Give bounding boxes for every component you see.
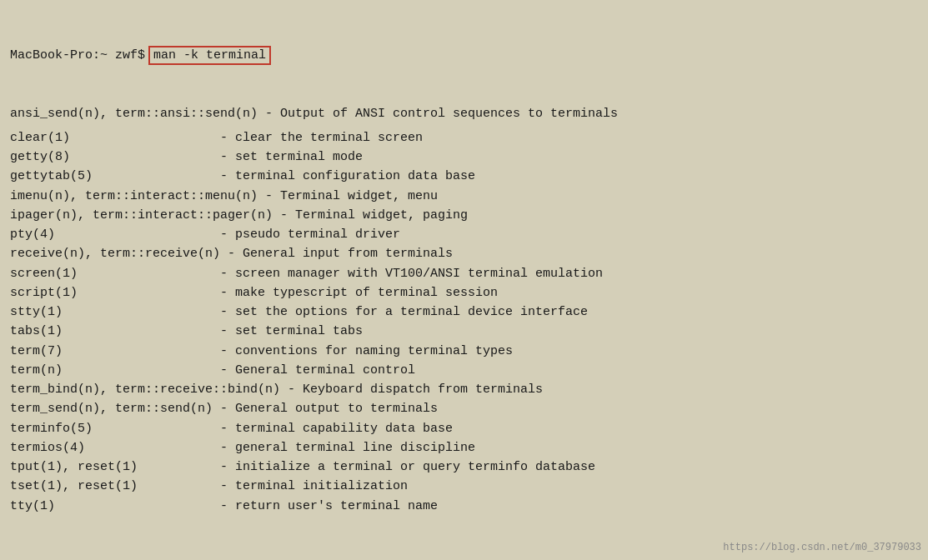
output-line: term(n) - General terminal control <box>10 361 918 380</box>
output-line: gettytab(5) - terminal configuration dat… <box>10 167 918 186</box>
watermark: https://blog.csdn.net/m0_37979033 <box>723 542 921 553</box>
output-line: tty(1) - return user's terminal name <box>10 497 918 516</box>
terminal-window: MacBook-Pro:~ zwf$ man -k terminal ansi_… <box>10 7 918 535</box>
output-line: tset(1), reset(1) - terminal initializat… <box>10 477 918 496</box>
output-line: term_bind(n), term::receive::bind(n) - K… <box>10 380 918 399</box>
output-line: ansi_send(n), term::ansi::send(n) - Outp… <box>10 104 918 123</box>
output-line: termios(4) - general terminal line disci… <box>10 438 918 458</box>
output-line: stty(1) - set the options for a terminal… <box>10 302 918 322</box>
prompt-text: MacBook-Pro:~ zwf$ <box>10 46 145 65</box>
output-line: terminfo(5) - terminal capability data b… <box>10 419 918 438</box>
output-line: tabs(1) - set terminal tabs <box>10 322 918 341</box>
output-line: imenu(n), term::interact::menu(n) - Term… <box>10 187 918 206</box>
output-line: getty(8) - set terminal mode <box>10 148 918 167</box>
output-line: tput(1), reset(1) - initialize a termina… <box>10 458 918 477</box>
output-line: receive(n), term::receive(n) - General i… <box>10 244 918 263</box>
output-line: ipager(n), term::interact::pager(n) - Te… <box>10 206 918 225</box>
output-line: pty(4) - pseudo terminal driver <box>10 225 918 244</box>
output-line: term(7) - conventions for naming termina… <box>10 342 918 361</box>
prompt-line: MacBook-Pro:~ zwf$ man -k terminal <box>10 46 918 66</box>
output-line: clear(1) - clear the terminal screen <box>10 128 918 148</box>
output-line: script(1) - make typescript of terminal … <box>10 283 918 302</box>
output-line: term_send(n), term::send(n) - General ou… <box>10 399 918 418</box>
output-container: ansi_send(n), term::ansi::send(n) - Outp… <box>10 104 918 516</box>
output-line: screen(1) - screen manager with VT100/AN… <box>10 264 918 283</box>
command-box: man -k terminal <box>148 46 271 66</box>
